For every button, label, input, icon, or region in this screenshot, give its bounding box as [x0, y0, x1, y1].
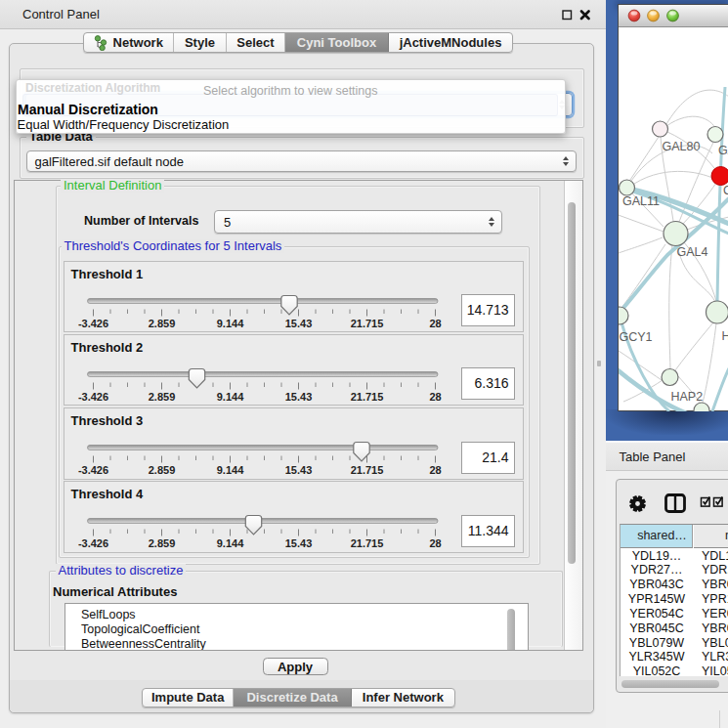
svg-text:28: 28 [429, 391, 441, 403]
svg-text:9.144: 9.144 [216, 464, 243, 476]
svg-text:GCY1: GCY1 [619, 330, 652, 344]
svg-text:-3.426: -3.426 [77, 537, 107, 549]
svg-text:15.43: 15.43 [284, 537, 312, 549]
svg-text:CY: CY [723, 184, 728, 197]
svg-text:15.43: 15.43 [284, 464, 312, 476]
svg-text:28: 28 [429, 464, 441, 476]
svg-text:2.859: 2.859 [148, 464, 175, 476]
svg-text:21.715: 21.715 [350, 318, 383, 329]
svg-text:HIS: HIS [721, 329, 728, 343]
svg-text:21.715: 21.715 [350, 464, 383, 476]
svg-text:GAL11: GAL11 [622, 194, 660, 208]
svg-text:-3.426: -3.426 [77, 318, 107, 329]
svg-text:HAP2: HAP2 [670, 389, 703, 403]
svg-text:2.859: 2.859 [148, 391, 175, 403]
svg-text:21.715: 21.715 [350, 537, 383, 549]
svg-text:9.144: 9.144 [216, 391, 243, 403]
svg-text:GAL4: GAL4 [718, 144, 728, 157]
svg-text:GAL80: GAL80 [662, 140, 700, 153]
svg-text:2.859: 2.859 [148, 537, 175, 549]
svg-text:9.144: 9.144 [216, 318, 243, 329]
svg-text:GAL4: GAL4 [676, 245, 707, 259]
svg-text:-3.426: -3.426 [77, 391, 107, 403]
svg-text:9.144: 9.144 [216, 537, 243, 549]
svg-text:28: 28 [429, 537, 441, 549]
svg-text:21.715: 21.715 [350, 391, 383, 403]
svg-text:28: 28 [429, 318, 441, 329]
svg-text:-3.426: -3.426 [77, 464, 107, 476]
svg-text:15.43: 15.43 [284, 391, 312, 403]
svg-text:15.43: 15.43 [284, 318, 312, 329]
svg-text:2.859: 2.859 [148, 318, 175, 329]
